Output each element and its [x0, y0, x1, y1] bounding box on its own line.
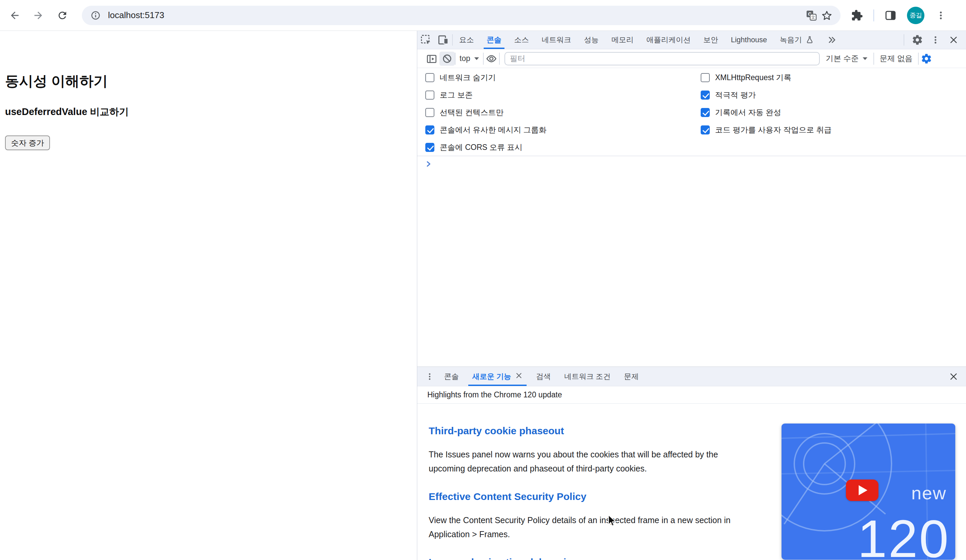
checkbox[interactable] — [701, 73, 710, 82]
console-settings-left-column: 네트워크 숨기기 로그 보존 선택된 컨텍스트만 콘솔에서 유사한 메시지 그룹… — [426, 69, 546, 156]
setting-group-similar[interactable]: 콘솔에서 유사한 메시지 그룹화 — [426, 121, 546, 138]
experiment-flask-icon — [805, 36, 814, 44]
drawer-close-icon[interactable] — [946, 370, 961, 384]
thumbnail-badge: new — [911, 483, 946, 503]
checkbox[interactable] — [426, 108, 434, 117]
setting-treat-eval-as-user-action[interactable]: 코드 평가를 사용자 작업으로 취급 — [701, 121, 832, 138]
checkbox[interactable] — [426, 90, 434, 100]
console-settings-icon[interactable] — [919, 52, 934, 66]
checkbox-checked[interactable] — [701, 108, 710, 117]
setting-selected-context-only[interactable]: 선택된 컨텍스트만 — [426, 103, 546, 121]
tabbar-right-icons — [904, 33, 966, 47]
devtools-panel: 요소 콘솔 소스 네트워크 성능 메모리 애플리케이션 보안 Lighthous… — [417, 31, 966, 560]
chevron-down-icon — [474, 57, 479, 60]
tab-performance[interactable]: 성능 — [578, 31, 605, 49]
console-toolbar: top 기본 수준 문제 없음 — [417, 49, 966, 68]
setting-log-xhr[interactable]: XMLHttpRequest 기록 — [701, 69, 832, 86]
setting-preserve-log[interactable]: 로그 보존 — [426, 86, 546, 103]
tab-network[interactable]: 네트워크 — [535, 31, 578, 49]
address-bar[interactable]: localhost:5173 G 文 — [82, 6, 841, 25]
whats-new-header: Highlights from the Chrome 120 update — [417, 386, 966, 404]
inspect-element-icon[interactable] — [417, 33, 435, 47]
tab-elements[interactable]: 요소 — [453, 31, 480, 49]
url-text[interactable]: localhost:5173 — [108, 10, 803, 20]
clear-console-icon[interactable] — [439, 52, 455, 66]
whats-new-section-heading[interactable]: Third-party cookie phaseout — [429, 425, 766, 437]
tab-lighthouse[interactable]: Lighthouse — [724, 31, 774, 49]
drawer-tab-network-conditions[interactable]: 네트워크 조건 — [557, 367, 617, 386]
checkbox-checked[interactable] — [426, 143, 434, 152]
setting-autocomplete-history[interactable]: 기록에서 자동 완성 — [701, 103, 832, 121]
browser-menu-icon[interactable] — [933, 8, 948, 23]
page-title: 동시성 이해하기 — [5, 72, 108, 90]
console-prompt-chevron-icon[interactable] — [425, 160, 433, 169]
tab-memory[interactable]: 메모리 — [605, 31, 640, 49]
thumbnail-version: 120 — [857, 512, 950, 560]
page-viewport: 동시성 이해하기 useDeferredValue 비교하기 숫자 증가 — [0, 31, 417, 560]
chevron-down-icon — [863, 57, 867, 60]
drawer-menu-icon[interactable] — [422, 370, 437, 384]
translate-icon[interactable]: G 文 — [803, 8, 819, 23]
tab-console[interactable]: 콘솔 — [480, 31, 508, 49]
device-toolbar-icon[interactable] — [435, 33, 452, 47]
checkbox-checked[interactable] — [426, 125, 434, 135]
live-expression-eye-icon[interactable] — [484, 52, 499, 66]
bookmark-star-icon[interactable] — [819, 8, 835, 23]
site-info-icon[interactable] — [88, 8, 104, 23]
tab-recorder[interactable]: 녹음기 — [774, 31, 820, 49]
page-subtitle: useDeferredValue 비교하기 — [5, 105, 129, 119]
issues-counter[interactable]: 문제 없음 — [874, 53, 918, 64]
youtube-play-icon[interactable] — [846, 480, 879, 501]
forward-button[interactable] — [31, 8, 46, 23]
drawer-tab-search[interactable]: 검색 — [529, 367, 557, 386]
console-sidebar-icon[interactable] — [424, 52, 439, 66]
setting-hide-network[interactable]: 네트워크 숨기기 — [426, 69, 546, 86]
execution-context-selector[interactable]: top — [455, 54, 483, 63]
whats-new-content: Third-party cookie phaseout The Issues p… — [417, 404, 766, 560]
toolbar-divider — [873, 9, 874, 21]
increment-number-button[interactable]: 숫자 증가 — [5, 135, 50, 150]
console-settings-right-column: XMLHttpRequest 기록 적극적 평가 기록에서 자동 완성 코드 평… — [701, 69, 832, 138]
browser-toolbar: localhost:5173 G 文 — [0, 0, 966, 31]
svg-text:文: 文 — [811, 15, 815, 20]
mouse-cursor — [605, 514, 619, 530]
devtools-tabbar: 요소 콘솔 소스 네트워크 성능 메모리 애플리케이션 보안 Lighthous… — [417, 31, 966, 49]
whats-new-section-body: View the Content Security Policy details… — [429, 513, 751, 541]
whats-new-video-thumbnail[interactable]: new 120 — [782, 424, 955, 560]
whats-new-section-body: The Issues panel now warns you about the… — [429, 447, 751, 476]
whats-new-section-heading[interactable]: Improved animation debugging — [429, 557, 766, 560]
devtools-drawer: 콘솔 새로운 기능 검색 네트워크 조건 문제 Highlights from … — [417, 366, 966, 560]
drawer-tab-whats-new[interactable]: 새로운 기능 — [465, 367, 529, 386]
setting-eager-evaluation[interactable]: 적극적 평가 — [701, 86, 832, 103]
setting-show-cors-errors[interactable]: 콘솔에 CORS 오류 표시 — [426, 138, 546, 156]
devtools-menu-icon[interactable] — [928, 33, 943, 47]
devtools-close-icon[interactable] — [946, 33, 961, 47]
console-main: 네트워크 숨기기 로그 보존 선택된 컨텍스트만 콘솔에서 유사한 메시지 그룹… — [417, 68, 966, 366]
checkbox[interactable] — [426, 73, 434, 82]
reload-button[interactable] — [55, 8, 70, 23]
close-tab-icon[interactable] — [515, 372, 522, 381]
browser-window: localhost:5173 G 文 — [0, 0, 966, 560]
tabbar-divider-right — [904, 34, 904, 46]
more-tabs-icon[interactable] — [820, 31, 843, 49]
drawer-tab-issues[interactable]: 문제 — [617, 367, 646, 386]
profile-avatar[interactable]: 종길 — [907, 7, 925, 24]
checkbox-checked[interactable] — [701, 125, 710, 135]
tab-security[interactable]: 보안 — [697, 31, 724, 49]
console-filter-input[interactable] — [504, 52, 820, 66]
extensions-icon[interactable] — [849, 8, 865, 23]
devtools-settings-icon[interactable] — [910, 33, 925, 47]
side-panel-icon[interactable] — [883, 8, 898, 23]
back-button[interactable] — [7, 8, 22, 23]
log-levels-dropdown[interactable]: 기본 수준 — [820, 53, 873, 64]
tab-application[interactable]: 애플리케이션 — [640, 31, 697, 49]
tab-sources[interactable]: 소스 — [508, 31, 535, 49]
toolbar-right-cluster: 종길 — [849, 7, 948, 24]
console-prompt-divider — [417, 156, 966, 156]
drawer-toolbar: 콘솔 새로운 기능 검색 네트워크 조건 문제 — [417, 367, 966, 386]
checkbox-checked[interactable] — [701, 90, 710, 100]
drawer-tab-console[interactable]: 콘솔 — [437, 367, 465, 386]
whats-new-section-heading[interactable]: Effective Content Security Policy — [429, 491, 766, 503]
